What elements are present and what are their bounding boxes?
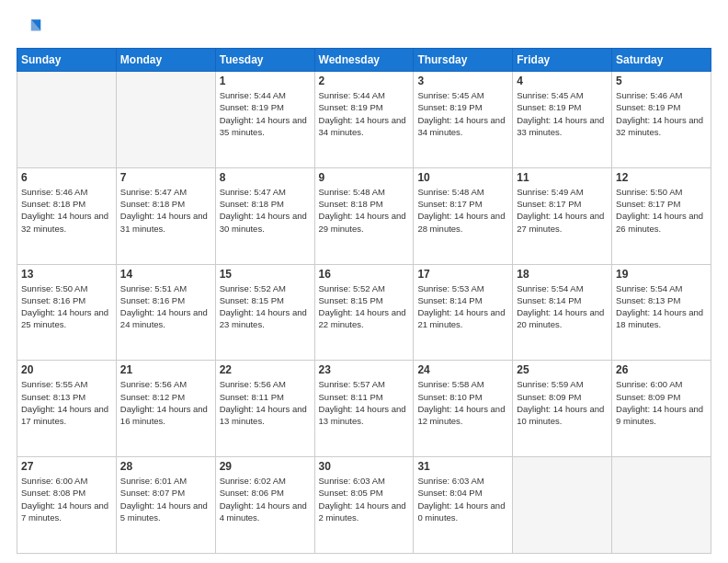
calendar-weekday-sunday: Sunday bbox=[17, 49, 117, 72]
calendar-cell: 15Sunrise: 5:52 AM Sunset: 8:15 PM Dayli… bbox=[215, 264, 314, 361]
day-number: 5 bbox=[616, 75, 707, 87]
day-detail: Sunrise: 6:03 AM Sunset: 8:04 PM Dayligh… bbox=[417, 475, 508, 523]
day-number: 4 bbox=[517, 75, 608, 87]
day-detail: Sunrise: 5:54 AM Sunset: 8:14 PM Dayligh… bbox=[517, 282, 608, 331]
calendar-cell: 3Sunrise: 5:45 AM Sunset: 8:19 PM Daylig… bbox=[414, 72, 513, 168]
calendar-cell: 1Sunrise: 5:44 AM Sunset: 8:19 PM Daylig… bbox=[215, 72, 314, 168]
day-detail: Sunrise: 5:46 AM Sunset: 8:18 PM Dayligh… bbox=[21, 186, 112, 235]
calendar-cell: 24Sunrise: 5:58 AM Sunset: 8:10 PM Dayli… bbox=[414, 361, 513, 457]
day-number: 7 bbox=[120, 171, 211, 184]
day-detail: Sunrise: 5:55 AM Sunset: 8:13 PM Dayligh… bbox=[21, 378, 112, 427]
calendar-cell: 2Sunrise: 5:44 AM Sunset: 8:19 PM Daylig… bbox=[314, 72, 414, 168]
calendar-week-row: 1Sunrise: 5:44 AM Sunset: 8:19 PM Daylig… bbox=[17, 72, 711, 168]
calendar-cell: 30Sunrise: 6:03 AM Sunset: 8:05 PM Dayli… bbox=[314, 457, 414, 554]
calendar-weekday-monday: Monday bbox=[116, 49, 215, 72]
day-detail: Sunrise: 5:47 AM Sunset: 8:18 PM Dayligh… bbox=[220, 186, 311, 235]
calendar-cell: 11Sunrise: 5:49 AM Sunset: 8:17 PM Dayli… bbox=[513, 167, 612, 264]
calendar-cell: 6Sunrise: 5:46 AM Sunset: 8:18 PM Daylig… bbox=[17, 167, 117, 264]
calendar-week-row: 6Sunrise: 5:46 AM Sunset: 8:18 PM Daylig… bbox=[17, 167, 711, 264]
logo bbox=[17, 15, 46, 40]
day-detail: Sunrise: 5:48 AM Sunset: 8:17 PM Dayligh… bbox=[417, 186, 508, 235]
day-detail: Sunrise: 5:48 AM Sunset: 8:18 PM Dayligh… bbox=[319, 186, 410, 235]
day-number: 16 bbox=[319, 268, 410, 281]
calendar-cell: 7Sunrise: 5:47 AM Sunset: 8:18 PM Daylig… bbox=[116, 167, 215, 264]
day-number: 25 bbox=[517, 363, 608, 376]
day-number: 21 bbox=[120, 363, 211, 376]
calendar-cell: 8Sunrise: 5:47 AM Sunset: 8:18 PM Daylig… bbox=[215, 167, 314, 264]
day-detail: Sunrise: 5:50 AM Sunset: 8:16 PM Dayligh… bbox=[21, 282, 112, 331]
day-number: 14 bbox=[120, 268, 211, 281]
calendar-cell bbox=[513, 457, 612, 554]
calendar-cell: 29Sunrise: 6:02 AM Sunset: 8:06 PM Dayli… bbox=[215, 457, 314, 554]
calendar-cell: 16Sunrise: 5:52 AM Sunset: 8:15 PM Dayli… bbox=[314, 264, 414, 361]
page: SundayMondayTuesdayWednesdayThursdayFrid… bbox=[0, 0, 728, 563]
day-number: 8 bbox=[220, 171, 311, 184]
day-number: 31 bbox=[417, 460, 508, 473]
day-detail: Sunrise: 5:50 AM Sunset: 8:17 PM Dayligh… bbox=[616, 186, 707, 235]
logo-icon bbox=[17, 15, 42, 40]
calendar-weekday-thursday: Thursday bbox=[414, 49, 513, 72]
day-detail: Sunrise: 5:51 AM Sunset: 8:16 PM Dayligh… bbox=[120, 282, 211, 331]
day-detail: Sunrise: 5:44 AM Sunset: 8:19 PM Dayligh… bbox=[220, 89, 311, 138]
calendar-week-row: 13Sunrise: 5:50 AM Sunset: 8:16 PM Dayli… bbox=[17, 264, 711, 361]
day-number: 1 bbox=[220, 75, 311, 87]
day-detail: Sunrise: 5:53 AM Sunset: 8:14 PM Dayligh… bbox=[417, 282, 508, 331]
calendar-cell: 12Sunrise: 5:50 AM Sunset: 8:17 PM Dayli… bbox=[612, 167, 711, 264]
calendar-cell: 27Sunrise: 6:00 AM Sunset: 8:08 PM Dayli… bbox=[17, 457, 117, 554]
calendar-cell: 14Sunrise: 5:51 AM Sunset: 8:16 PM Dayli… bbox=[116, 264, 215, 361]
calendar-cell: 9Sunrise: 5:48 AM Sunset: 8:18 PM Daylig… bbox=[314, 167, 414, 264]
calendar-cell: 18Sunrise: 5:54 AM Sunset: 8:14 PM Dayli… bbox=[513, 264, 612, 361]
day-number: 2 bbox=[319, 75, 410, 87]
day-number: 30 bbox=[319, 460, 410, 473]
day-number: 15 bbox=[220, 268, 311, 281]
day-detail: Sunrise: 5:54 AM Sunset: 8:13 PM Dayligh… bbox=[616, 282, 707, 331]
day-detail: Sunrise: 6:03 AM Sunset: 8:05 PM Dayligh… bbox=[319, 475, 410, 523]
day-detail: Sunrise: 5:45 AM Sunset: 8:19 PM Dayligh… bbox=[517, 89, 608, 138]
day-number: 24 bbox=[417, 363, 508, 376]
calendar-cell: 22Sunrise: 5:56 AM Sunset: 8:11 PM Dayli… bbox=[215, 361, 314, 457]
calendar-week-row: 27Sunrise: 6:00 AM Sunset: 8:08 PM Dayli… bbox=[17, 457, 711, 554]
calendar-cell: 23Sunrise: 5:57 AM Sunset: 8:11 PM Dayli… bbox=[314, 361, 414, 457]
day-detail: Sunrise: 6:02 AM Sunset: 8:06 PM Dayligh… bbox=[220, 475, 311, 523]
calendar-weekday-saturday: Saturday bbox=[612, 49, 711, 72]
day-number: 12 bbox=[616, 171, 707, 184]
day-detail: Sunrise: 5:57 AM Sunset: 8:11 PM Dayligh… bbox=[319, 378, 410, 427]
calendar-cell: 20Sunrise: 5:55 AM Sunset: 8:13 PM Dayli… bbox=[17, 361, 117, 457]
day-detail: Sunrise: 5:49 AM Sunset: 8:17 PM Dayligh… bbox=[517, 186, 608, 235]
calendar-cell: 13Sunrise: 5:50 AM Sunset: 8:16 PM Dayli… bbox=[17, 264, 117, 361]
day-detail: Sunrise: 6:00 AM Sunset: 8:08 PM Dayligh… bbox=[21, 475, 112, 523]
calendar-cell: 19Sunrise: 5:54 AM Sunset: 8:13 PM Dayli… bbox=[612, 264, 711, 361]
day-number: 23 bbox=[319, 363, 410, 376]
day-detail: Sunrise: 5:44 AM Sunset: 8:19 PM Dayligh… bbox=[319, 89, 410, 138]
day-number: 29 bbox=[220, 460, 311, 473]
calendar-cell: 28Sunrise: 6:01 AM Sunset: 8:07 PM Dayli… bbox=[116, 457, 215, 554]
day-detail: Sunrise: 5:58 AM Sunset: 8:10 PM Dayligh… bbox=[417, 378, 508, 427]
day-number: 18 bbox=[517, 268, 608, 281]
calendar-cell: 5Sunrise: 5:46 AM Sunset: 8:19 PM Daylig… bbox=[612, 72, 711, 168]
calendar-week-row: 20Sunrise: 5:55 AM Sunset: 8:13 PM Dayli… bbox=[17, 361, 711, 457]
day-number: 6 bbox=[21, 171, 112, 184]
day-number: 20 bbox=[21, 363, 112, 376]
calendar-cell bbox=[612, 457, 711, 554]
day-detail: Sunrise: 5:47 AM Sunset: 8:18 PM Dayligh… bbox=[120, 186, 211, 235]
day-number: 17 bbox=[417, 268, 508, 281]
calendar-header-row: SundayMondayTuesdayWednesdayThursdayFrid… bbox=[17, 49, 711, 72]
day-number: 22 bbox=[220, 363, 311, 376]
calendar-cell bbox=[116, 72, 215, 168]
calendar-cell: 26Sunrise: 6:00 AM Sunset: 8:09 PM Dayli… bbox=[612, 361, 711, 457]
calendar-weekday-tuesday: Tuesday bbox=[215, 49, 314, 72]
day-number: 27 bbox=[21, 460, 112, 473]
calendar-cell: 4Sunrise: 5:45 AM Sunset: 8:19 PM Daylig… bbox=[513, 72, 612, 168]
day-number: 3 bbox=[417, 75, 508, 87]
calendar-table: SundayMondayTuesdayWednesdayThursdayFrid… bbox=[17, 48, 711, 554]
day-detail: Sunrise: 6:00 AM Sunset: 8:09 PM Dayligh… bbox=[616, 378, 707, 427]
calendar-cell: 21Sunrise: 5:56 AM Sunset: 8:12 PM Dayli… bbox=[116, 361, 215, 457]
day-number: 13 bbox=[21, 268, 112, 281]
day-number: 28 bbox=[120, 460, 211, 473]
header bbox=[17, 15, 711, 40]
day-detail: Sunrise: 5:56 AM Sunset: 8:11 PM Dayligh… bbox=[220, 378, 311, 427]
day-number: 11 bbox=[517, 171, 608, 184]
day-number: 26 bbox=[616, 363, 707, 376]
day-number: 19 bbox=[616, 268, 707, 281]
calendar-cell bbox=[17, 72, 117, 168]
